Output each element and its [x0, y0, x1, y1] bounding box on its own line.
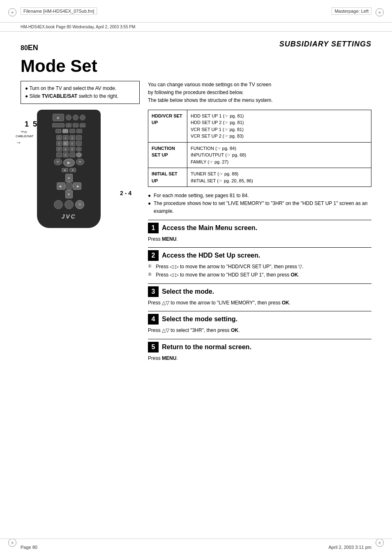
footer-left: Page 80 [21, 545, 37, 550]
table-row: INITIAL SET UP TUNER SET (☞ pg. 88) INIT… [148, 168, 371, 187]
step-1-num: 1 [148, 223, 159, 233]
step-3-num: 3 [148, 286, 159, 297]
step-5-title: Return to the normal screen. [162, 343, 251, 351]
table-label-1: HDD/VCR SET UP [148, 110, 187, 142]
remote-wrapper: 1 5 2 - 4 *TV/CABLE/SAT → ⏻ [37, 110, 101, 228]
note-2: The procedure shows how to set "LIVE MEM… [148, 200, 371, 215]
dpad-right[interactable]: ▶ [73, 182, 81, 190]
step-4-num: 4 [148, 314, 159, 325]
header-bar: Filename [HM-HDS4EX_07Sub.fm] Masterpage… [0, 0, 392, 23]
note-1: For each mode setting, see pages 81 to 8… [148, 192, 371, 200]
step-2-title: Access the HDD Set Up screen. [162, 252, 260, 259]
step-2-sub-1: ① Press ◁ ▷ to move the arrow to "HDD/VC… [148, 263, 371, 271]
btn-6: 6 [69, 141, 75, 146]
step-2-section: 2 Access the HDD Set Up screen. ① Press … [148, 247, 371, 279]
bottom-controls: ☰ [40, 200, 97, 209]
step-5-body: Press MENU. [148, 354, 371, 362]
btn-3: 3 [69, 135, 75, 140]
btn-9: 9 [69, 147, 75, 152]
btn-1: 1 [56, 135, 62, 140]
main-content: 80EN SUBSIDIARY SETTINGS Mode Set Turn o… [0, 32, 392, 539]
intro-text: You can change various mode settings on … [148, 81, 371, 105]
step-2-body: ① Press ◁ ▷ to move the arrow to "HDD/VC… [148, 263, 371, 279]
table-content-1: HDD SET UP 1 (☞ pg. 81) HDD SET UP 2 (☞ … [187, 110, 371, 142]
left-arrow: ◀ [59, 184, 61, 188]
step-1-body: Press MENU. [148, 235, 371, 243]
table-label-3: INITIAL SET UP [148, 168, 187, 187]
notes-section: For each mode setting, see pages 81 to 8… [148, 192, 371, 216]
transport-top-row: ≪ ▶ ≫ [40, 159, 97, 167]
btn-7: 7 [56, 147, 62, 152]
step-4-header: 4 Select the mode setting. [148, 314, 371, 325]
footer-right: April 2, 2003 3:11 pm [328, 545, 371, 550]
masterpage-label: Masterpage: Left [332, 7, 371, 15]
table-content-3: TUNER SET (☞ pg. 88) INITIAL SET (☞ pg. … [187, 168, 371, 187]
btn-8: 8 [63, 147, 69, 152]
menu-table: HDD/VCR SET UP HDD SET UP 1 (☞ pg. 81) H… [148, 110, 371, 187]
sub-header: HM-HDS4EX.book Page 80 Wednesday, April … [0, 23, 392, 32]
step-4-title: Select the mode setting. [162, 315, 238, 323]
jvc-logo: JVC [40, 213, 97, 220]
table-content-2: FUNCTION (☞ pg. 84) INPUT/OUTPUT (☞ pg. … [187, 142, 371, 168]
bullet-item-1: Turn on the TV and select the AV mode. [25, 85, 135, 92]
left-column: Turn on the TV and select the AV mode. S… [21, 81, 140, 366]
section-title: SUBSIDIARY SETTINGS [279, 40, 371, 48]
btn-5: 5· [63, 141, 69, 146]
step-2-num: 2 [148, 250, 159, 261]
subfile-label: HM-HDS4EX.book Page 80 Wednesday, April … [21, 25, 135, 29]
btn-0: 0 [63, 152, 69, 157]
table-label-2: FUNCTION SET UP [148, 142, 187, 168]
bullet-item-2: Slide TV/CABLE/SAT switch to the right. [25, 92, 135, 100]
dpad-down[interactable]: ▼ [65, 190, 73, 198]
step-label-2-4: 2 - 4 [120, 190, 131, 196]
step-label-5: 5 [33, 120, 37, 129]
right-arrow: ▶ [77, 184, 79, 188]
direction-pad: ▲ ▼ ◀ ▶ [40, 174, 97, 198]
remote-top: ⏻ … + – [40, 114, 97, 134]
two-column-layout: Turn on the TV and select the AV mode. S… [21, 81, 371, 366]
right-column: You can change various mode settings on … [148, 81, 371, 366]
remote-control: ⏻ … + – [37, 110, 101, 228]
down-arrow: ▼ [67, 193, 71, 196]
btn-2: 2 [63, 135, 69, 140]
page-heading: Mode Set [21, 56, 371, 76]
table-row: HDD/VCR SET UP HDD SET UP 1 (☞ pg. 81) H… [148, 110, 371, 142]
tv-cable-sat-label: *TV/CABLE/SAT → [16, 130, 32, 145]
dpad-center[interactable] [65, 182, 73, 190]
page-title-bar: 80EN SUBSIDIARY SETTINGS [21, 40, 371, 53]
filename-label: Filename [HM-HDS4EX_07Sub.fm] [21, 7, 97, 15]
btn-4: 4 [56, 141, 62, 146]
transport-row: ■ ⏸ [40, 168, 97, 172]
page-number: 80EN [21, 40, 38, 53]
step-5-section: 5 Return to the normal screen. Press MEN… [148, 339, 371, 362]
step-3-section: 3 Select the mode. Press △▽ to move the … [148, 283, 371, 307]
step-3-header: 3 Select the mode. [148, 286, 371, 297]
up-arrow: ▲ [67, 176, 71, 180]
step-5-header: 5 Return to the normal screen. [148, 342, 371, 352]
footer: Page 80 April 2, 2003 3:11 pm [0, 539, 392, 555]
step-1-section: 1 Access the Main Menu screen. Press MEN… [148, 220, 371, 243]
bullet-box: Turn on the TV and select the AV mode. S… [21, 81, 140, 104]
step-1-title: Access the Main Menu screen. [162, 224, 257, 232]
step-2-header: 2 Access the HDD Set Up screen. [148, 250, 371, 261]
step-4-section: 4 Select the mode setting. Press △▽ to s… [148, 311, 371, 334]
step-3-title: Select the mode. [162, 288, 214, 295]
step-label-1: 1 [25, 120, 29, 129]
table-row: FUNCTION SET UP FUNCTION (☞ pg. 84) INPU… [148, 142, 371, 168]
step-1-header: 1 Access the Main Menu screen. [148, 223, 371, 233]
step-3-body: Press △▽ to move the arrow to "LIVE MEMO… [148, 299, 371, 307]
number-pad: 1 2 3 4 5· 6 … 7 8 [40, 135, 97, 157]
step-2-sub-2: ② Press ◁ ▷ to move the arrow to "HDD SE… [148, 271, 371, 279]
dpad-left[interactable]: ◀ [57, 182, 65, 190]
dpad-up[interactable]: ▲ [65, 174, 73, 182]
step-4-body: Press △▽ to select "3HR", then press OK. [148, 326, 371, 334]
step-5-num: 5 [148, 342, 159, 352]
